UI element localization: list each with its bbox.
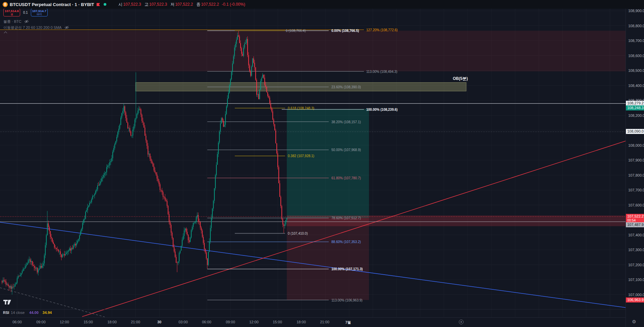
chevron-up-icon (4, 32, 7, 35)
trading-app: 127.20% (108,772.6)0.00% (108,766.5)1 (1… (0, 0, 644, 327)
order-block-label: OB(5분) (453, 76, 468, 82)
close-label: 종 (197, 2, 201, 7)
eye-off-icon[interactable] (24, 19, 29, 24)
price-badge: 108,090.0 (626, 129, 644, 134)
fib-level-label: 113.00% (106,963.9) (331, 298, 363, 302)
ma-legend-label: 이동평균선 7 20 60 120 200 0 SMA (3, 25, 62, 30)
open-label: 시 (118, 2, 122, 7)
fib-level-label: 1 (108,766.4) (286, 29, 306, 33)
price-axis[interactable]: USDT 108,900.0108,800.0108,700.0108,600.… (626, 0, 644, 327)
fib-level-label: 88.60% (107,353.2) (331, 240, 361, 244)
price-axis-tick: 108,900.0 (628, 9, 644, 13)
time-axis-label: 06:00 (202, 320, 211, 324)
high-value: 107,522.3 (149, 2, 167, 7)
buy-button[interactable]: 107,514.7 바이 (31, 8, 48, 16)
fib-level-label: 38.20% (108,157.1) (331, 120, 361, 124)
sell-button[interactable]: 107,514.6 셀 (3, 8, 20, 16)
price-badge: 108,279.2 (626, 101, 644, 106)
price-badge: 107,487.9 (626, 222, 644, 227)
price-badge: 106,963.9 (626, 297, 644, 302)
buy-price: 107,514.7 (32, 9, 46, 13)
fib-level-label: 0.382 (107,928.1) (288, 154, 314, 158)
time-axis-label: 09:00 (36, 320, 46, 324)
time-axis-label: 18:00 (107, 320, 117, 324)
volume-legend-label: 볼륨 · BTC (3, 19, 21, 24)
tradingview-logo-icon[interactable] (3, 300, 12, 306)
price-axis-tick: 108,000.0 (628, 143, 644, 147)
time-axis-label: 03:00 (178, 320, 188, 324)
rsi-params: 14 close (11, 311, 24, 315)
legend-row-volume[interactable]: 볼륨 · BTC (3, 19, 69, 24)
high-label: 고 (145, 2, 149, 7)
eye-off-icon[interactable] (64, 26, 69, 30)
close-value: 107,522.2 (201, 2, 219, 7)
scroll-to-realtime-icon[interactable] (459, 320, 464, 324)
time-axis-label: 18:00 (297, 320, 306, 324)
time-axis-label: 06:00 (12, 320, 22, 324)
chart-canvas[interactable]: 127.20% (108,772.6)0.00% (108,766.5)1 (1… (0, 0, 626, 317)
rsi-name: RSI (3, 311, 9, 315)
time-axis-label: 12:00 (249, 320, 259, 324)
price-badge: 108,248.3 (626, 105, 644, 110)
price-axis-tick: 107,100.0 (628, 278, 644, 282)
rsi-legend[interactable]: RSI 14 close 44.00 34.94 (3, 311, 52, 315)
price-axis-tick: 107,300.0 (628, 248, 644, 252)
time-axis-label: 15:00 (84, 320, 93, 324)
fib-level-label: 61.80% (107,780.7) (331, 176, 361, 180)
chart-svg (0, 0, 626, 317)
pane-separator[interactable] (0, 309, 626, 310)
price-axis-tick: 107,000.0 (628, 293, 644, 297)
price-axis-tick: 107,800.0 (628, 173, 644, 177)
rsi-ma-value: 34.94 (43, 311, 52, 315)
price-axis-tick: 107,900.0 (628, 158, 644, 162)
buy-label: 바이 (37, 13, 42, 16)
price-axis-tick: 108,700.0 (628, 39, 644, 43)
price-axis-tick: 108,600.0 (628, 54, 644, 58)
fib-level-label: 100.00% (108,239.6) (366, 108, 397, 111)
collapse-legend-button[interactable] (3, 31, 8, 35)
time-axis[interactable]: 06:0009:0012:0015:0018:0021:003003:0006:… (0, 317, 626, 327)
price-axis-tick: 108,500.0 (628, 68, 644, 73)
sell-label: 셀 (10, 13, 13, 16)
time-axis-label: 09:00 (226, 320, 235, 324)
fib-level-label: 78.60% (107,512.7) (331, 216, 361, 220)
fib-level-label: 100.00% (107,171.3) (331, 267, 363, 271)
fib-level-label: 0.618 (108,248.3) (288, 106, 314, 110)
sell-price: 107,514.6 (5, 9, 19, 13)
fib-level-label: 127.20% (108,772.6) (366, 28, 397, 32)
fib-level-label: 0 (107,410.0) (288, 232, 308, 235)
quantity-value[interactable]: 0.1 (23, 11, 28, 14)
legend-row-ma[interactable]: 이동평균선 7 20 60 120 200 0 SMA (3, 25, 69, 30)
price-axis-tick: 107,700.0 (628, 188, 644, 192)
countdown-timer: 00:54 (627, 219, 644, 222)
indicator-legend: 볼륨 · BTC 이동평균선 7 20 60 120 200 0 SMA (3, 19, 69, 31)
time-axis-label: 15:00 (273, 320, 282, 324)
price-axis-tick: 107,200.0 (628, 263, 644, 267)
time-axis-label: 21:00 (131, 320, 140, 324)
symbol-title[interactable]: BTCUSDT Perpetual Contract · 1 · BYBIT (10, 2, 94, 7)
time-axis-label: 30 (157, 320, 161, 324)
price-badge: 107,522.200:54 (626, 214, 644, 223)
flag-icon[interactable] (97, 3, 100, 6)
time-axis-label: 21:00 (320, 320, 329, 324)
fib-level-label: 0.00% (108,766.5) (331, 29, 359, 33)
fib-level-label: 23.60% (108,390.0) (331, 85, 361, 89)
rsi-value: 44.00 (29, 311, 39, 315)
ohlc-readout: 시 107,522.3 고 107,522.3 저 107,522.2 종 10… (115, 2, 245, 7)
order-panel: 107,514.6 셀 0.1 107,514.7 바이 (3, 8, 48, 16)
market-status-icon[interactable] (104, 3, 106, 6)
fib-level-label: 113.00% (108,494.3) (366, 70, 397, 74)
time-axis-label: 7월 (345, 320, 351, 325)
fib-level-label: 50.00% (107,968.9) (331, 148, 361, 152)
price-axis-tick: 108,800.0 (628, 24, 644, 28)
top-toolbar: B BTCUSDT Perpetual Contract · 1 · BYBIT… (0, 0, 644, 9)
price-axis-tick: 107,400.0 (628, 233, 644, 237)
time-axis-label: 12:00 (60, 320, 69, 324)
low-value: 107,522.2 (175, 2, 193, 7)
price-axis-tick: 108,200.0 (628, 113, 644, 118)
price-axis-tick: 108,400.0 (628, 84, 644, 88)
open-value: 107,522.3 (123, 2, 141, 7)
low-label: 저 (170, 2, 174, 7)
btc-logo-icon: B (3, 2, 8, 7)
gear-icon[interactable]: ⚙ (632, 319, 636, 324)
